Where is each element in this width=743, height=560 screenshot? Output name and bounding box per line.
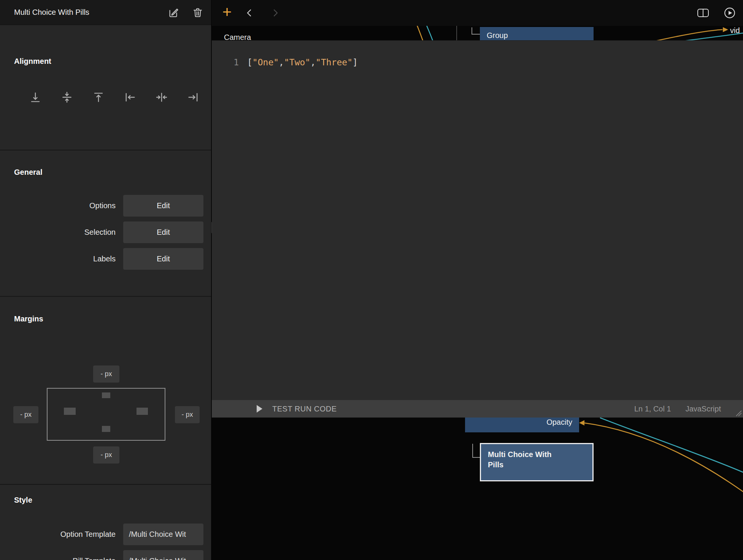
patch-editor-area: Camera Group vid Opacity Multi Choice Wi…: [212, 0, 743, 560]
multi-choice-node[interactable]: Multi Choice With Pills: [480, 443, 594, 481]
rename-button[interactable]: [168, 7, 179, 18]
selection-edit-button[interactable]: Edit: [123, 221, 203, 243]
multi-choice-tree-elbow: [472, 444, 480, 458]
cursor-position: Ln 1, Col 1: [634, 405, 671, 413]
opacity-node-label: Opacity: [546, 418, 572, 427]
play-circle-icon: [724, 7, 735, 19]
style-section: Style Option Template /Multi Choice Wit …: [0, 496, 211, 560]
inspector-header: Multi Choice With Pills: [0, 0, 211, 25]
inspector-header-actions: [168, 7, 203, 18]
selection-label: Selection: [0, 228, 116, 237]
code-line: 1 ["One","Two","Three"]: [212, 41, 743, 68]
alignment-section: Alignment: [0, 57, 211, 150]
chevron-left-icon: [244, 8, 254, 18]
general-heading: General: [0, 168, 211, 177]
forward-button[interactable]: [264, 5, 286, 21]
align-top-icon: [92, 91, 105, 104]
selected-node-title: Multi Choice With Pills: [14, 8, 168, 17]
options-edit-button[interactable]: Edit: [123, 195, 203, 217]
margin-top-input[interactable]: - px: [93, 365, 119, 383]
labels-edit-button[interactable]: Edit: [123, 248, 203, 270]
plus-icon: +: [222, 4, 232, 20]
wire-teal-bottom: [600, 418, 743, 472]
options-label: Options: [0, 201, 116, 210]
resize-grip[interactable]: [735, 410, 742, 416]
app-window: Multi Choice With Pills: [0, 0, 743, 560]
align-bottom-icon: [29, 91, 42, 104]
margin-right-input[interactable]: - px: [175, 406, 200, 423]
selection-row: Selection Edit: [0, 221, 211, 243]
align-left-button[interactable]: [123, 90, 137, 104]
align-bottom-button[interactable]: [28, 90, 42, 104]
language-label[interactable]: JavaScript: [686, 405, 721, 413]
align-right-icon: [187, 91, 200, 104]
code-line-content[interactable]: ["One","Two","Three"]: [247, 56, 358, 68]
pill-template-label: Pill Template: [0, 557, 116, 560]
align-right-button[interactable]: [186, 90, 200, 104]
align-left-icon: [124, 91, 137, 104]
align-horizontal-center-button[interactable]: [154, 90, 168, 104]
line-number: 1: [212, 56, 239, 68]
option-template-row: Option Template /Multi Choice Wit: [0, 524, 211, 545]
group-tree-elbow: [472, 27, 480, 35]
trash-icon: [192, 7, 203, 18]
margin-top-handle: [102, 392, 110, 398]
wire-arrowhead-video: [723, 27, 728, 32]
code-editor-popover: 1 ["One","Two","Three"] TEST RUN CODE Ln…: [212, 40, 743, 418]
video-node-label: vid: [730, 26, 740, 35]
general-section: General Options Edit Selection Edit Labe…: [0, 168, 211, 297]
wire-orange-top-left: [416, 24, 423, 42]
layer-tree-line: [456, 26, 457, 42]
toolbar-right-actions: [697, 5, 735, 21]
option-template-input[interactable]: /Multi Choice Wit: [123, 524, 203, 545]
labels-row: Labels Edit: [0, 248, 211, 270]
labels-label: Labels: [0, 255, 116, 263]
margins-heading: Margins: [0, 315, 211, 323]
resize-grip-icon: [735, 410, 742, 416]
code-editor[interactable]: 1 ["One","Two","Three"]: [212, 41, 743, 400]
margin-left-input[interactable]: - px: [13, 406, 38, 423]
general-rows: Options Edit Selection Edit Labels Edit: [0, 195, 211, 270]
inspector-sidebar: Multi Choice With Pills: [0, 0, 211, 560]
style-rows: Option Template /Multi Choice Wit Pill T…: [0, 524, 211, 560]
option-template-label: Option Template: [0, 530, 116, 539]
group-node-label: Group: [487, 31, 508, 40]
align-horizontal-center-icon: [155, 91, 168, 104]
align-vertical-center-icon: [60, 91, 73, 104]
margin-bottom-handle: [102, 426, 110, 432]
margin-left-handle: [64, 408, 76, 415]
split-view-icon: [697, 8, 710, 18]
margins-diagram: [47, 388, 165, 441]
test-run-label: TEST RUN CODE: [272, 405, 337, 413]
wire-orange-bottom: [584, 423, 743, 492]
delete-button[interactable]: [192, 7, 203, 18]
editor-footer: TEST RUN CODE Ln 1, Col 1 JavaScript: [212, 400, 743, 418]
style-heading: Style: [0, 496, 211, 505]
edit-pencil-icon: [168, 7, 179, 18]
pill-template-row: Pill Template /Multi Choice Wit: [0, 550, 211, 560]
run-preview-button[interactable]: [724, 5, 735, 21]
test-run-button[interactable]: TEST RUN CODE: [257, 405, 337, 413]
wire-teal-top-left: [426, 24, 433, 42]
pill-template-input[interactable]: /Multi Choice Wit: [123, 550, 203, 560]
align-vertical-center-button[interactable]: [60, 90, 74, 104]
play-icon: [257, 405, 262, 413]
split-view-button[interactable]: [697, 5, 710, 21]
multi-choice-node-label: Multi Choice With Pills: [488, 449, 568, 470]
back-button[interactable]: [238, 5, 260, 21]
canvas-toolbar: +: [212, 0, 743, 26]
options-row: Options Edit: [0, 195, 211, 217]
alignment-buttons: [0, 90, 211, 104]
alignment-heading: Alignment: [0, 57, 211, 66]
add-node-button[interactable]: +: [219, 5, 235, 21]
margin-bottom-input[interactable]: - px: [93, 446, 119, 464]
margins-section: Margins - px - px - px - px: [0, 315, 211, 485]
align-top-button[interactable]: [91, 90, 105, 104]
margin-right-handle: [137, 408, 148, 415]
chevron-right-icon: [270, 8, 280, 18]
editor-status: Ln 1, Col 1 JavaScript: [634, 405, 721, 413]
